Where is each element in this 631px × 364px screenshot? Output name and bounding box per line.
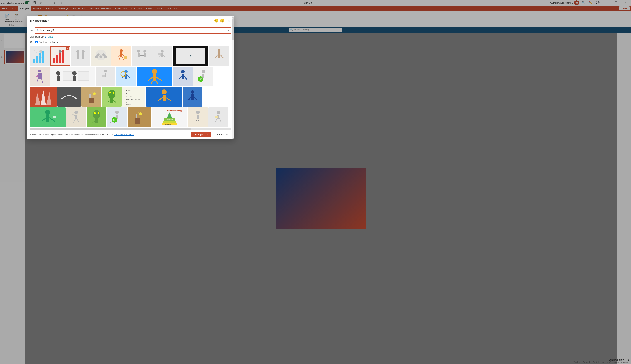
list-item[interactable]: ✉ [96,66,116,86]
bing-row: Unterstützt von ▶ Bing [27,36,234,39]
svg-rect-7 [56,55,58,63]
list-item[interactable] [183,87,202,107]
insert-button[interactable]: Einfügen (1) [191,132,211,138]
cc-checkbox-input[interactable] [36,41,38,43]
list-item[interactable] [30,46,50,66]
svg-text:?: ? [196,119,199,124]
list-item[interactable] [58,87,81,107]
svg-point-30 [137,50,140,52]
list-item[interactable]: Business Strategy Plan Teamwork Marketin… [152,107,187,127]
svg-rect-116 [96,118,98,124]
svg-rect-100 [191,94,194,100]
list-item[interactable] [102,87,122,107]
filter-icon[interactable]: ⚙ [30,40,32,44]
svg-point-40 [218,49,220,52]
selected-check: ✓ [66,47,69,50]
list-item[interactable]: $PresenterMedia [107,107,127,127]
svg-line-143 [219,118,221,122]
list-item[interactable] [132,46,152,66]
svg-line-87 [108,100,110,102]
list-item[interactable] [208,107,228,127]
svg-rect-9 [62,50,64,63]
cc-checkbox-label: Nur Creative Commons [39,41,61,43]
img-content [82,87,101,106]
svg-point-58 [124,70,128,73]
creative-commons-checkbox[interactable]: Nur Creative Commons [34,40,63,44]
emoji-icon[interactable]: 😊 [220,18,224,24]
svg-rect-52 [73,76,76,81]
svg-rect-14 [77,53,79,59]
svg-point-108 [74,110,78,114]
list-item[interactable] [71,46,90,66]
svg-rect-0 [32,59,35,63]
footer-buttons: Einfügen (1) Abbrechen [191,132,232,138]
list-item[interactable] [209,46,229,66]
modal-close-button[interactable]: ✕ [226,18,232,24]
img-content [132,46,151,66]
search-input[interactable] [40,29,227,32]
svg-point-139 [216,110,220,114]
list-item[interactable]: ? [188,107,208,127]
list-item[interactable]: BUILD②THE FIXIDEA① ⊕ ③LAUNCH④LEARN [122,87,146,107]
svg-line-101 [188,97,191,100]
img-content [92,46,110,66]
search-input-wrap[interactable]: 🔍 ✕ [35,27,232,34]
svg-point-136 [196,110,200,114]
learn-more-link[interactable]: Hier erfahren Sie mehr [114,134,134,136]
svg-point-85 [112,92,114,94]
list-item[interactable] [116,66,136,86]
list-item[interactable] [50,66,95,86]
list-item[interactable] [146,87,182,107]
svg-point-113 [93,110,100,119]
back-button[interactable]: ← [30,29,33,32]
list-item[interactable] [173,66,193,86]
cancel-button[interactable]: Abbrechen [212,132,232,138]
svg-point-31 [143,50,146,52]
image-grid: ✓ [27,46,234,128]
svg-point-73 [202,70,205,73]
svg-line-67 [150,81,153,84]
svg-rect-3 [42,51,44,63]
svg-rect-45 [38,73,42,79]
list-item[interactable] [136,66,172,86]
svg-rect-64 [153,74,156,81]
list-item[interactable]: $ [194,66,213,86]
list-item[interactable] [82,87,101,107]
scrollbar-thumb[interactable] [232,18,234,40]
modal-overlay: OnlineBilder 🙂 😊 ✕ ← 🔍 ✕ Unterstützt von… [0,0,631,364]
svg-point-103 [45,110,50,115]
list-item[interactable] [87,107,106,127]
emoji-happy-icon[interactable]: 🙂 [214,18,218,24]
list-item[interactable] [30,66,50,86]
svg-point-99 [191,90,194,94]
svg-rect-70 [182,74,184,79]
svg-point-5 [39,50,42,53]
list-item[interactable] [66,107,86,127]
svg-line-47 [42,79,43,83]
svg-line-72 [184,76,187,80]
modal-scrollbar[interactable]: ▼ [232,16,234,139]
list-item[interactable] [152,46,172,66]
svg-rect-39 [158,53,161,55]
list-item[interactable] [112,46,131,66]
list-item[interactable] [30,87,57,107]
svg-rect-41 [218,52,220,58]
list-item[interactable] [30,107,66,127]
svg-line-98 [166,97,171,101]
svg-point-51 [72,71,76,76]
list-item[interactable] [91,46,111,66]
svg-point-83 [108,90,115,98]
svg-rect-137 [197,114,199,119]
svg-point-95 [162,90,166,94]
img-content: ✉ [96,67,115,86]
search-clear-button[interactable]: ✕ [227,29,230,32]
svg-line-66 [156,77,162,80]
svg-line-61 [127,76,130,78]
svg-rect-123 [135,118,140,124]
svg-text:④: ④ [126,102,127,103]
list-item[interactable] [128,107,151,127]
list-item[interactable]: 🖥️ [173,46,208,66]
list-item[interactable]: ✓ [50,46,70,66]
svg-text:$: $ [113,119,114,121]
svg-text:②: ② [126,92,127,94]
